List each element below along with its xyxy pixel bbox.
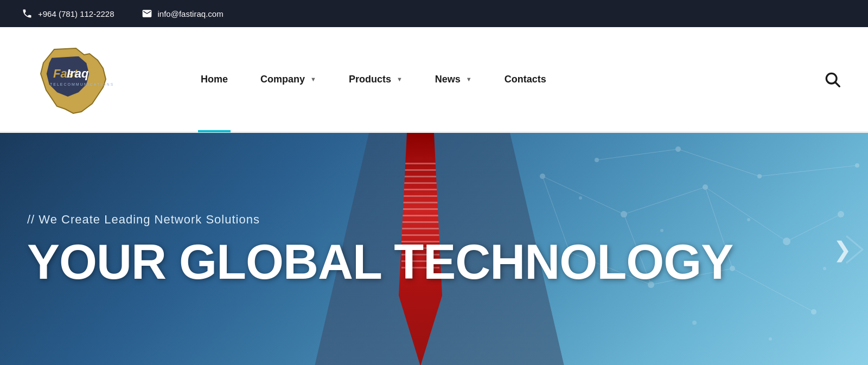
hero-content: // We Create Leading Network Solutions Y… [0, 213, 760, 286]
svg-line-14 [678, 149, 760, 176]
logo-image: Fast Iraq TELECOMMUNICATIONS [22, 39, 141, 120]
svg-point-36 [823, 267, 826, 270]
hero-section: // We Create Leading Network Solutions Y… [0, 133, 868, 365]
phone-number: +964 (781) 112-2228 [38, 9, 114, 18]
svg-text:TELECOMMUNICATIONS: TELECOMMUNICATIONS [50, 82, 114, 86]
svg-line-6 [624, 187, 705, 214]
search-button[interactable] [818, 65, 846, 93]
svg-point-30 [855, 163, 859, 168]
svg-point-21 [783, 238, 790, 245]
svg-line-8 [787, 214, 841, 241]
nav-bar: Fast Iraq TELECOMMUNICATIONS Home Compan… [0, 27, 868, 133]
svg-point-29 [811, 309, 816, 315]
nav-news-label: News [435, 74, 461, 85]
hero-next-arrow[interactable]: ❯ [833, 237, 852, 262]
phone-icon [22, 8, 33, 19]
email-address: info@fastiraq.com [158, 9, 224, 18]
email-contact[interactable]: info@fastiraq.com [142, 8, 224, 19]
phone-contact[interactable]: +964 (781) 112-2228 [22, 8, 114, 19]
news-chevron-icon: ▼ [466, 76, 472, 82]
products-chevron-icon: ▼ [397, 76, 403, 82]
nav-products[interactable]: Products ▼ [333, 27, 419, 132]
svg-point-26 [675, 146, 681, 152]
nav-contacts[interactable]: Contacts [488, 27, 563, 132]
svg-point-28 [838, 211, 844, 217]
svg-point-25 [595, 158, 599, 162]
nav-contacts-label: Contacts [505, 74, 546, 85]
nav-home[interactable]: Home [184, 27, 244, 132]
svg-line-4 [835, 82, 839, 86]
logo[interactable]: Fast Iraq TELECOMMUNICATIONS [22, 39, 141, 120]
nav-company[interactable]: Company ▼ [244, 27, 333, 132]
svg-line-13 [597, 149, 678, 160]
hero-title: YOUR GLOBAL TECHNOLOGY [27, 238, 733, 286]
email-icon [142, 8, 152, 19]
svg-point-35 [769, 337, 772, 341]
svg-point-18 [540, 174, 545, 179]
svg-line-5 [542, 176, 624, 214]
svg-point-31 [579, 196, 582, 200]
svg-point-27 [757, 174, 762, 178]
hero-subtitle: // We Create Leading Network Solutions [27, 213, 733, 227]
svg-text:Iraq: Iraq [67, 67, 89, 80]
svg-point-34 [692, 321, 697, 325]
company-chevron-icon: ▼ [310, 76, 316, 82]
nav-products-label: Products [349, 74, 391, 85]
nav-company-label: Company [260, 74, 305, 85]
nav-home-label: Home [201, 74, 228, 85]
nav-news[interactable]: News ▼ [419, 27, 488, 132]
main-nav: Home Company ▼ Products ▼ News ▼ Contact… [184, 27, 818, 132]
svg-point-20 [703, 184, 708, 190]
top-bar: +964 (781) 112-2228 info@fastiraq.com [0, 0, 868, 27]
svg-line-15 [760, 165, 857, 176]
